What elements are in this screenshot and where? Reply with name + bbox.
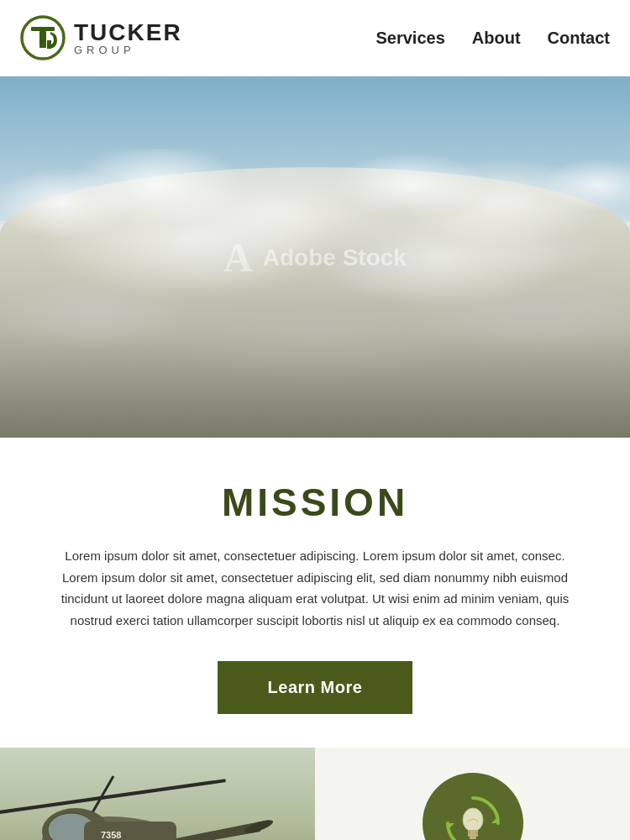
logo-text: TUCKER GROUP	[74, 21, 182, 55]
svg-rect-1	[31, 27, 55, 31]
brand-name: TUCKER	[74, 21, 182, 45]
mission-body: Lorem ipsum dolor sit amet, consectetuer…	[55, 545, 575, 631]
svg-rect-2	[39, 31, 46, 48]
adobe-a-icon: A	[223, 234, 253, 281]
brand-sub: GROUP	[74, 45, 182, 55]
nav-contact[interactable]: Contact	[548, 29, 610, 48]
svg-rect-23	[470, 837, 476, 839]
mission-section: MISSION Lorem ipsum dolor sit amet, cons…	[0, 438, 630, 748]
bottom-section: 7358	[0, 748, 630, 840]
watermark-text: Adobe Stock	[263, 244, 407, 270]
svg-point-20	[463, 808, 483, 832]
svg-text:7358: 7358	[101, 830, 121, 840]
hero-section: A Adobe Stock	[0, 76, 630, 438]
svg-marker-18	[491, 816, 498, 823]
svg-marker-19	[448, 823, 454, 830]
innovation-icon	[423, 773, 523, 840]
site-header: TUCKER GROUP Services About Contact	[0, 0, 630, 76]
svg-rect-9	[84, 822, 176, 840]
main-nav: Services About Contact	[375, 29, 610, 48]
mission-title: MISSION	[50, 480, 580, 525]
nav-services[interactable]: Services	[375, 29, 444, 48]
nav-about[interactable]: About	[472, 29, 521, 48]
learn-more-button[interactable]: Learn More	[218, 661, 413, 714]
tucker-logo-icon	[20, 15, 66, 60]
watermark: A Adobe Stock	[223, 234, 407, 281]
helicopter-panel: 7358	[0, 748, 315, 840]
innovation-panel	[315, 748, 630, 840]
logo-area: TUCKER GROUP	[20, 15, 182, 60]
helicopter-svg: 7358	[0, 748, 315, 840]
innovation-svg	[439, 790, 507, 840]
